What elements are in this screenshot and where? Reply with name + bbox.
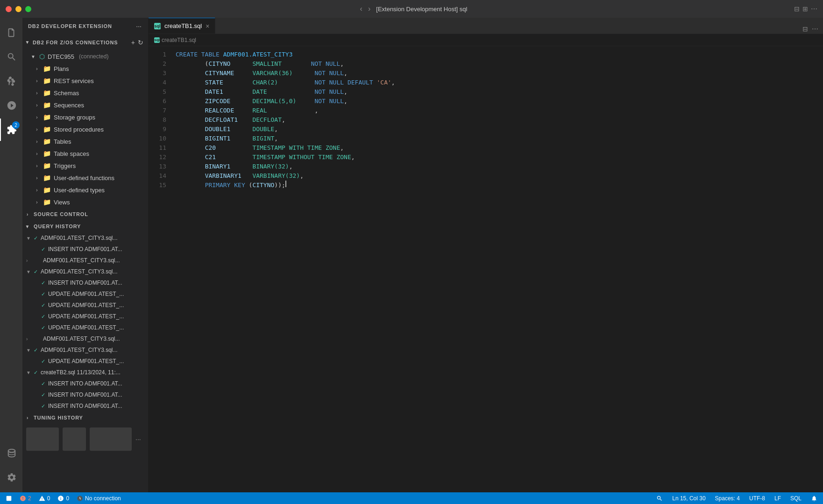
git-icon bbox=[7, 76, 17, 86]
tree-item-udf[interactable]: › 📁 User-defined functions bbox=[22, 172, 148, 184]
status-encoding[interactable]: UTF-8 bbox=[747, 492, 767, 504]
status-language[interactable]: SQL bbox=[788, 492, 803, 504]
qh-item-label: INSERT INTO ADMF001.AT... bbox=[48, 280, 122, 286]
plans-chevron: › bbox=[34, 66, 40, 71]
activity-run-debug[interactable] bbox=[0, 94, 22, 117]
token bbox=[267, 88, 315, 95]
tree-item-storage-groups[interactable]: › 📁 Storage groups bbox=[22, 111, 148, 123]
status-line-ending[interactable]: LF bbox=[773, 492, 783, 504]
cursor bbox=[285, 181, 286, 187]
tree-item-plans[interactable]: › 📁 Plans bbox=[22, 63, 148, 75]
token bbox=[230, 60, 252, 67]
thumbnails-more-btn[interactable]: ··· bbox=[135, 435, 141, 443]
query-history-item-7[interactable]: ✓UPDATE ADMF001.ATEST_... bbox=[22, 311, 148, 322]
status-errors[interactable]: 2 bbox=[18, 492, 33, 504]
token bbox=[230, 126, 252, 133]
query-history-item-2[interactable]: ›ADMF001.ATEST_CITY3.sql... bbox=[22, 255, 148, 266]
token: CITYNO bbox=[252, 182, 274, 189]
tree-item-schemas[interactable]: › 📁 Schemas bbox=[22, 87, 148, 99]
qh-item-chevron: ▼ bbox=[26, 370, 31, 375]
stored-procedures-chevron: › bbox=[34, 127, 40, 132]
activity-search[interactable] bbox=[0, 46, 22, 68]
tree-item-udt[interactable]: › 📁 User-defined types bbox=[22, 184, 148, 196]
tree-item-rest-services[interactable]: › 📁 REST services bbox=[22, 75, 148, 87]
split-editor-button[interactable]: ⊟ bbox=[794, 5, 800, 13]
token bbox=[220, 51, 223, 58]
query-history-item-9[interactable]: ›ADMF001.ATEST_CITY3.sql... bbox=[22, 333, 148, 344]
add-connection-btn[interactable]: + bbox=[130, 38, 136, 47]
query-history-item-1[interactable]: ✓INSERT INTO ADMF001.AT... bbox=[22, 244, 148, 255]
code-line-8: DECFLOAT1 DECFLOAT, bbox=[176, 115, 819, 125]
activity-extensions[interactable]: 2 bbox=[0, 119, 22, 141]
token bbox=[230, 135, 252, 142]
more-button[interactable]: ⋯ bbox=[811, 5, 817, 13]
status-remote[interactable] bbox=[4, 492, 14, 504]
nav-back-button[interactable]: ‹ bbox=[358, 4, 364, 14]
sidebar-content[interactable]: ▼ DB2 FOR Z/OS CONNECTIONS + ↻ ▼ ⬡ DTEC9… bbox=[22, 34, 148, 492]
nav-forward-button[interactable]: › bbox=[366, 4, 372, 14]
tree-item-stored-procedures[interactable]: › 📁 Stored procedures bbox=[22, 123, 148, 135]
close-button[interactable] bbox=[6, 6, 12, 12]
query-history-item-11[interactable]: ✓UPDATE ADMF001.ATEST_... bbox=[22, 356, 148, 367]
layout-button[interactable]: ⊞ bbox=[802, 5, 808, 13]
query-history-item-0[interactable]: ▼✓ADMF001.ATEST_CITY3.sql... bbox=[22, 232, 148, 244]
qh-item-label: createTB2.sql 11/13/2024, 11:... bbox=[41, 369, 121, 376]
code-editor[interactable]: 123456789101112131415 CREATE TABLE ADMF0… bbox=[149, 46, 823, 492]
code-content[interactable]: CREATE TABLE ADMF001.ATEST_CITY3 (CITYNO… bbox=[172, 46, 823, 492]
tree-item-triggers[interactable]: › 📁 Triggers bbox=[22, 160, 148, 172]
status-bell[interactable] bbox=[809, 492, 819, 504]
tree-item-tables[interactable]: › 📁 Tables bbox=[22, 135, 148, 147]
status-position[interactable]: Ln 15, Col 30 bbox=[670, 492, 707, 504]
tab-actions: ⊟ ⋯ bbox=[802, 24, 823, 34]
folder-icon-tables: 📁 bbox=[43, 138, 51, 145]
more-tabs-btn[interactable]: ⋯ bbox=[811, 24, 819, 34]
activity-db2[interactable] bbox=[0, 442, 22, 464]
query-history-item-14[interactable]: ✓INSERT INTO ADMF001.AT... bbox=[22, 389, 148, 400]
status-info[interactable]: 0 bbox=[56, 492, 71, 504]
query-history-item-4[interactable]: ✓INSERT INTO ADMF001.AT... bbox=[22, 277, 148, 288]
query-history-item-12[interactable]: ▼✓createTB2.sql 11/13/2024, 11:... bbox=[22, 367, 148, 378]
tree-item-views[interactable]: › 📁 Views bbox=[22, 196, 148, 208]
qh-item-chevron: ▼ bbox=[26, 269, 31, 274]
query-history-item-13[interactable]: ✓INSERT INTO ADMF001.AT... bbox=[22, 378, 148, 389]
tuning-history-header[interactable]: › TUNING HISTORY bbox=[22, 412, 148, 424]
activity-settings[interactable] bbox=[0, 466, 22, 489]
status-connection[interactable]: No connection bbox=[75, 492, 123, 504]
tree-item-dtec955[interactable]: ▼ ⬡ DTEC955 (connected) bbox=[22, 50, 148, 63]
token bbox=[234, 107, 252, 114]
sidebar-more-btn[interactable]: ··· bbox=[135, 21, 142, 31]
token bbox=[176, 107, 205, 114]
tree-item-sequences[interactable]: › 📁 Sequences bbox=[22, 99, 148, 111]
tree-item-table-spaces[interactable]: › 📁 Table spaces bbox=[22, 147, 148, 160]
language-label: SQL bbox=[790, 495, 802, 502]
tablespaces-chevron: › bbox=[34, 151, 40, 156]
maximize-button[interactable] bbox=[25, 6, 31, 12]
tab-createtb1[interactable]: sql createTB1.sql × bbox=[149, 18, 215, 34]
query-history-item-5[interactable]: ✓UPDATE ADMF001.ATEST_... bbox=[22, 288, 148, 300]
tree-item-ts-label: Table spaces bbox=[54, 150, 89, 157]
connection-icon: ⬡ bbox=[39, 53, 45, 60]
query-history-item-3[interactable]: ▼✓ADMF001.ATEST_CITY3.sql... bbox=[22, 266, 148, 277]
token: BIGINT bbox=[252, 135, 274, 142]
tab-close-btn[interactable]: × bbox=[206, 22, 209, 30]
connections-section-header[interactable]: ▼ DB2 FOR Z/OS CONNECTIONS + ↻ bbox=[22, 34, 148, 50]
query-history-item-10[interactable]: ▼✓ADMF001.ATEST_CITY3.sql... bbox=[22, 344, 148, 356]
activity-source-control[interactable] bbox=[0, 70, 22, 92]
thumbnail-3 bbox=[90, 427, 132, 451]
minimize-button[interactable] bbox=[15, 6, 21, 12]
source-control-header[interactable]: › SOURCE CONTROL bbox=[22, 208, 148, 220]
token: NOT NULL bbox=[314, 98, 344, 105]
activity-explorer[interactable] bbox=[0, 21, 22, 44]
query-history-item-8[interactable]: ✓UPDATE ADMF001.ATEST_... bbox=[22, 322, 148, 333]
status-spaces[interactable]: Spaces: 4 bbox=[713, 492, 742, 504]
qh-item-label: ADMF001.ATEST_CITY3.sql... bbox=[43, 336, 120, 342]
query-history-item-15[interactable]: ✓INSERT INTO ADMF001.AT... bbox=[22, 400, 148, 412]
split-editor-right-btn[interactable]: ⊟ bbox=[802, 24, 809, 34]
status-warnings[interactable]: 0 bbox=[37, 492, 52, 504]
refresh-connections-btn[interactable]: ↻ bbox=[137, 38, 144, 47]
qh-item-label: ADMF001.ATEST_CITY3.sql... bbox=[41, 268, 118, 275]
token: BINARY(32) bbox=[252, 163, 289, 170]
status-magnify[interactable] bbox=[654, 492, 665, 504]
query-history-item-6[interactable]: ✓UPDATE ADMF001.ATEST_... bbox=[22, 300, 148, 311]
query-history-header[interactable]: ▼ QUERY HISTORY bbox=[22, 220, 148, 232]
